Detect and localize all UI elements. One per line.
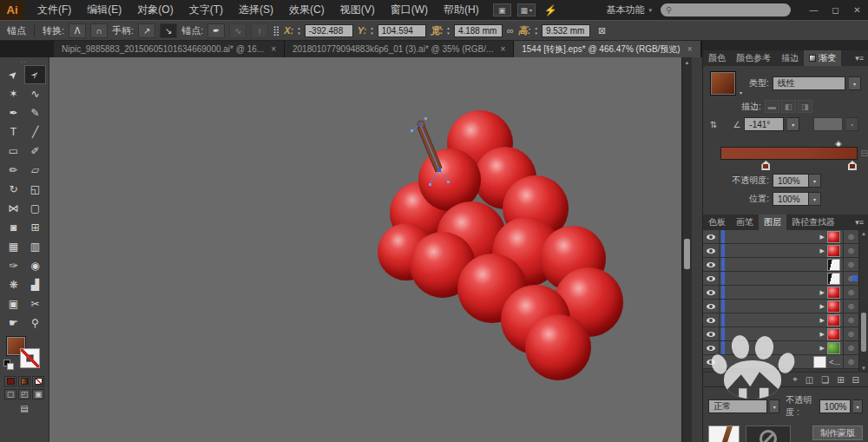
target-circle-icon[interactable]: ◎ (843, 244, 858, 257)
target-circle-icon[interactable]: ◎ (843, 230, 858, 243)
artboard-canvas[interactable]: ▲ (49, 57, 692, 442)
direct-selection-tool[interactable]: ➣ (24, 65, 46, 84)
menu-item[interactable]: 对象(O) (129, 0, 181, 20)
layer-row[interactable]: ▶◎ (703, 300, 858, 313)
stroke-gradient-style-button[interactable]: ◧ (781, 100, 796, 113)
menu-item[interactable]: 选择(S) (231, 0, 281, 20)
scrollbar-thumb[interactable] (861, 313, 866, 352)
layer-thumbnail[interactable] (827, 328, 840, 340)
handle-point[interactable] (424, 117, 427, 120)
line-segment-tool[interactable]: ╱ (24, 122, 46, 142)
remove-anchor-button[interactable]: ✒ (207, 23, 225, 38)
expand-triangle-icon[interactable]: ▶ (820, 289, 825, 296)
cut-path-button[interactable]: ≀ (251, 23, 268, 38)
chevron-down-icon[interactable]: ▾ (853, 399, 863, 413)
paintbrush-tool[interactable]: ✐ (24, 142, 46, 161)
scrollbar-thumb[interactable] (684, 239, 690, 269)
layer-row[interactable]: ▶◎ (703, 244, 858, 258)
locate-object-icon[interactable]: ⌖ (792, 374, 798, 385)
shape-builder-tool[interactable]: ◙ (3, 218, 24, 237)
document-tab[interactable]: 1544 [转换].eps* @ 466.47% (RGB/预览)× (514, 41, 700, 57)
gradient-stop[interactable] (848, 161, 857, 170)
slice-tool[interactable]: ✂ (24, 294, 46, 313)
selection-tool[interactable]: ➤ (3, 65, 24, 84)
anchor-point[interactable] (418, 122, 422, 126)
magic-wand-tool[interactable]: ✶ (3, 84, 24, 103)
expand-triangle-icon[interactable]: ▶ (820, 247, 825, 254)
screen-mode-button[interactable]: ▤ (0, 404, 49, 413)
blend-tool[interactable]: ◉ (24, 256, 46, 275)
height-stepper[interactable]: ▴▾ (535, 26, 537, 36)
chevron-down-icon[interactable]: ▾ (849, 76, 861, 90)
gradient-panel-tab-2[interactable]: 描边 (776, 50, 804, 66)
document-tab[interactable]: 2018010779094883k6p6_01 (3).ai* @ 35% (R… (285, 41, 514, 57)
make-mask-button[interactable]: 制作蒙版 (812, 426, 863, 440)
type-tool[interactable]: T (3, 122, 24, 142)
layer-thumbnail[interactable] (813, 356, 826, 368)
layer-row[interactable]: ◎ (703, 258, 858, 272)
perspective-grid-tool[interactable]: ⊞ (24, 218, 46, 237)
layer-thumbnail[interactable] (827, 300, 840, 313)
visibility-toggle[interactable] (703, 272, 720, 285)
search-input[interactable]: ⚲ (661, 3, 791, 16)
scroll-up-icon[interactable]: ▲ (682, 57, 692, 65)
reverse-gradient-icon[interactable]: ⇅ (710, 120, 717, 129)
aspect-ratio-field[interactable] (813, 117, 843, 131)
tab-close-icon[interactable]: × (271, 44, 276, 54)
visibility-toggle[interactable] (703, 258, 720, 271)
symbol-sprayer-tool[interactable]: ❋ (3, 275, 24, 294)
scroll-down-icon[interactable]: ▼ (859, 365, 868, 372)
layers-panel-tab-3[interactable]: 路径查找器 (786, 214, 840, 230)
blend-mode-select[interactable]: 正常 (708, 399, 767, 413)
free-transform-tool[interactable]: ▢ (24, 199, 46, 218)
chevron-down-icon[interactable]: ▾ (770, 399, 779, 413)
visibility-toggle[interactable] (703, 355, 720, 368)
target-circle-icon[interactable]: ◎ (843, 313, 858, 327)
stop-position-field[interactable]: 100% (773, 192, 809, 206)
target-circle-icon[interactable]: ◎ (843, 286, 858, 299)
gradient-tool[interactable]: ▥ (24, 237, 46, 256)
gradient-stop[interactable] (761, 161, 770, 170)
layers-panel-tab-1[interactable]: 画笔 (731, 214, 759, 230)
layer-thumbnail[interactable] (827, 342, 840, 354)
menu-item[interactable]: 编辑(E) (79, 0, 129, 20)
anchor-point[interactable] (437, 168, 441, 172)
isolate-selection-icon[interactable]: ⊠ (598, 25, 606, 36)
layers-panel-tab-2[interactable]: 图层 (759, 214, 786, 230)
target-circle-icon[interactable]: ◎ (843, 341, 858, 354)
convert-corner-button[interactable]: Λ (69, 23, 86, 38)
default-swatches-icon[interactable] (3, 360, 15, 370)
lasso-tool[interactable]: ∿ (24, 84, 46, 103)
height-field[interactable]: 9.532 mm (542, 24, 590, 37)
document-tab[interactable]: Nipic_9885883_20150605101634669000.ai* @… (54, 41, 285, 57)
link-dimensions-icon[interactable]: ∞ (507, 25, 514, 36)
restore-button[interactable]: ◻ (825, 0, 846, 20)
target-circle-icon[interactable]: ◎ (843, 327, 858, 340)
zoom-tool[interactable]: ⚲ (24, 313, 46, 333)
gradient-fill-swatch[interactable] (710, 71, 736, 96)
menu-item[interactable]: 帮助(H) (436, 0, 487, 20)
draw-behind-button[interactable]: ◰ (18, 389, 30, 399)
mesh-tool[interactable]: ▦ (3, 237, 24, 256)
reference-point-grid-icon[interactable]: ⣿ (273, 25, 279, 36)
width-field[interactable]: 4.188 mm (454, 24, 503, 37)
cs-live-icon[interactable]: ⚡ (542, 3, 560, 16)
layer-thumbnail[interactable] (827, 287, 840, 299)
visibility-toggle[interactable] (703, 230, 720, 243)
menu-item[interactable]: 文件(F) (30, 0, 79, 20)
arrange-documents-icon[interactable]: ▦▾ (517, 3, 536, 16)
eraser-tool[interactable]: ▱ (24, 161, 46, 180)
menu-item[interactable]: 视图(V) (332, 0, 383, 20)
new-layer-icon[interactable]: ⊞ (837, 375, 844, 385)
visibility-toggle[interactable] (703, 286, 720, 299)
chevron-down-icon[interactable]: ▾ (809, 174, 821, 188)
pencil-tool[interactable]: ✏ (3, 161, 24, 180)
visibility-toggle[interactable] (703, 300, 720, 313)
expand-triangle-icon[interactable]: ▶ (820, 345, 825, 352)
delete-stop-icon[interactable]: ⊟ (861, 148, 868, 158)
expand-triangle-icon[interactable]: ▶ (820, 303, 825, 310)
layer-row[interactable]: ▶◎ (703, 313, 858, 327)
chevron-down-icon[interactable]: ▾ (809, 192, 821, 206)
hide-handles-button[interactable]: ↘ (160, 23, 177, 38)
target-circle-icon[interactable]: ◎ (843, 300, 858, 313)
